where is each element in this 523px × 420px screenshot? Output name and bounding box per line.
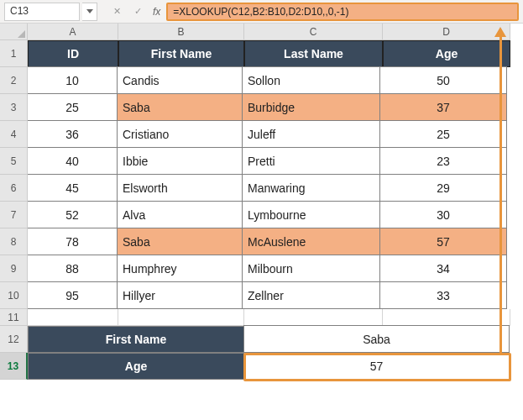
col-header-d[interactable]: D [383,24,510,40]
lookup-label-age[interactable]: Age [28,353,244,380]
col-header-a[interactable]: A [28,24,118,40]
cell-age[interactable]: 57 [379,228,507,255]
empty-cell[interactable] [383,309,510,326]
row-header[interactable]: 13 [0,353,28,380]
row-header[interactable]: 4 [0,121,28,148]
cell-age[interactable]: 23 [379,147,507,175]
header-age[interactable]: Age [383,40,510,67]
select-all-corner[interactable] [0,24,28,40]
lookup-label-first[interactable]: First Name [28,326,244,353]
cell-first[interactable]: Humphrey [117,255,243,282]
row-header[interactable]: 5 [0,148,28,175]
col-header-b[interactable]: B [118,24,244,40]
row-header[interactable]: 7 [0,202,28,228]
table-row: 40 Ibbie Pretti 23 [28,148,523,175]
cell-id[interactable]: 95 [27,281,118,309]
cell-first[interactable]: Cristiano [117,120,243,148]
cell-id[interactable]: 45 [27,174,118,202]
cancel-icon: ✕ [107,3,126,21]
cell-age[interactable]: 30 [379,201,507,228]
cell-age[interactable]: 34 [379,255,507,282]
table-row: 88 Humphrey Milbourn 34 [28,255,523,282]
cell-last[interactable]: Juleff [242,120,380,148]
cell-id[interactable]: 52 [27,201,118,228]
table-row: 36 Cristiano Juleff 25 [28,121,523,148]
row-header[interactable]: 9 [0,255,28,282]
row-header[interactable]: 2 [0,67,28,94]
cell-id[interactable]: 78 [27,228,118,255]
enter-icon: ✓ [128,3,147,21]
empty-cell[interactable] [28,309,118,326]
empty-cell[interactable] [244,309,383,326]
table-row: 95 Hillyer Zellner 33 [28,282,523,309]
row-headers: 1 2 3 4 5 6 7 8 9 10 11 12 13 [0,40,28,380]
col-header-c[interactable]: C [244,24,383,40]
cell-first[interactable]: Alva [117,201,243,228]
row-header[interactable]: 6 [0,175,28,202]
cell-first[interactable]: Candis [117,66,243,94]
cell-first[interactable]: Elsworth [117,174,243,202]
cell-first[interactable]: Saba [117,93,243,121]
table-row: 25 Saba Burbidge 37 [28,94,523,121]
name-box[interactable]: C13 [4,3,80,21]
table-row: 10 Candis Sollon 50 [28,67,523,94]
cell-id[interactable]: 40 [27,147,118,175]
name-box-dropdown[interactable] [82,3,97,21]
row-header[interactable]: 1 [0,40,28,67]
cell-last[interactable]: Manwaring [242,174,380,202]
row-header[interactable]: 10 [0,282,28,309]
cell-age[interactable]: 50 [379,66,507,94]
cells-area: ID First Name Last Name Age 10 Candis So… [28,40,523,380]
row-header[interactable]: 8 [0,228,28,255]
lookup-row-age: Age 57 [28,353,523,380]
header-first-name[interactable]: First Name [118,40,244,67]
cell-id[interactable]: 88 [27,255,118,282]
cell-id[interactable]: 25 [27,93,118,121]
table-row: 45 Elsworth Manwaring 29 [28,175,523,202]
cell-last[interactable]: Pretti [242,147,380,175]
fx-icon[interactable]: fx [153,6,160,18]
cell-last[interactable]: McAuslene [242,228,380,255]
cell-age[interactable]: 25 [379,120,507,148]
spreadsheet-grid: A B C D 1 2 3 4 5 6 7 8 9 10 11 12 13 ID… [0,24,523,380]
lookup-value-first[interactable]: Saba [243,325,510,353]
cell-age[interactable]: 29 [379,174,507,202]
row-header[interactable]: 3 [0,94,28,121]
lookup-value-age[interactable]: 57 [243,352,510,380]
cell-first[interactable]: Ibbie [117,147,243,175]
cell-first[interactable]: Saba [117,228,243,255]
cell-first[interactable]: Hillyer [117,281,243,309]
header-id[interactable]: ID [28,40,118,67]
row-header[interactable]: 12 [0,326,28,353]
table-row: 52 Alva Lymbourne 30 [28,202,523,228]
row-header[interactable]: 11 [0,309,28,326]
cell-last[interactable]: Sollon [242,66,380,94]
cell-age[interactable]: 33 [379,281,507,309]
formula-input[interactable]: =XLOOKUP(C12,B2:B10,D2:D10,,0,-1) [166,3,519,21]
empty-row [28,309,523,326]
table-row: 78 Saba McAuslene 57 [28,228,523,255]
cell-last[interactable]: Milbourn [242,255,380,282]
formula-bar-row: C13 ✕ ✓ fx =XLOOKUP(C12,B2:B10,D2:D10,,0… [0,0,523,24]
column-headers: A B C D [28,24,523,40]
header-last-name[interactable]: Last Name [244,40,383,67]
cell-id[interactable]: 10 [27,66,118,94]
table-header-row: ID First Name Last Name Age [28,40,523,67]
cell-last[interactable]: Burbidge [242,93,380,121]
cell-age[interactable]: 37 [379,93,507,121]
cell-last[interactable]: Zellner [242,281,380,309]
empty-cell[interactable] [118,309,244,326]
cell-last[interactable]: Lymbourne [242,201,380,228]
lookup-row-name: First Name Saba [28,326,523,353]
cell-id[interactable]: 36 [27,120,118,148]
